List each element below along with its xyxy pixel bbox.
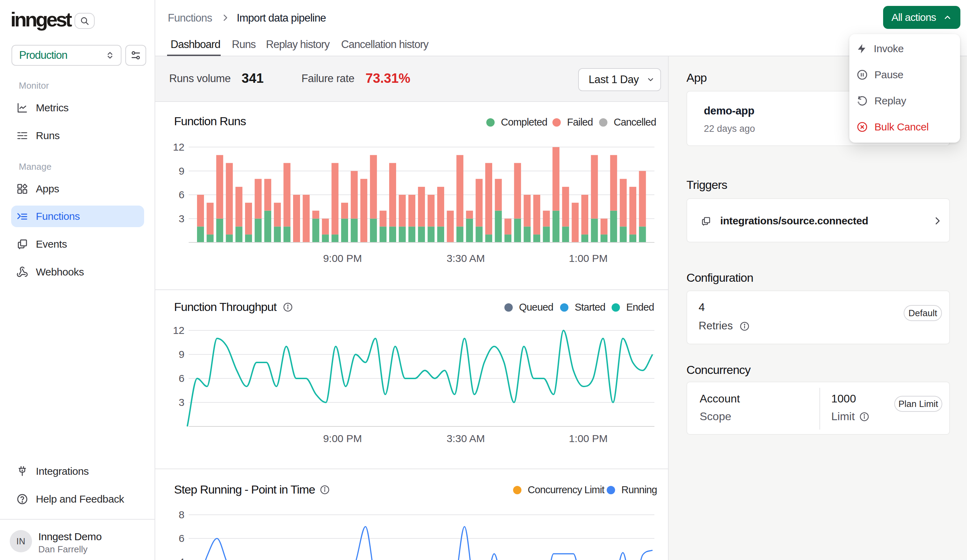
svg-text:9: 9 bbox=[178, 349, 185, 360]
svg-text:9: 9 bbox=[178, 165, 185, 177]
svg-text:3:30 AM: 3:30 AM bbox=[447, 252, 485, 264]
svg-text:12: 12 bbox=[173, 141, 185, 153]
svg-text:9:00 PM: 9:00 PM bbox=[323, 252, 362, 264]
svg-text:1:00 PM: 1:00 PM bbox=[569, 252, 608, 264]
svg-text:3: 3 bbox=[178, 397, 185, 408]
svg-text:9:00 PM: 9:00 PM bbox=[323, 433, 362, 444]
svg-text:12: 12 bbox=[173, 324, 185, 336]
svg-text:6: 6 bbox=[178, 189, 185, 200]
svg-text:3:30 AM: 3:30 AM bbox=[447, 433, 485, 444]
svg-text:1:00 PM: 1:00 PM bbox=[569, 433, 608, 444]
svg-text:8: 8 bbox=[178, 509, 185, 520]
svg-text:6: 6 bbox=[178, 532, 185, 544]
svg-text:3: 3 bbox=[178, 213, 185, 224]
svg-text:6: 6 bbox=[178, 372, 185, 384]
svg-text:4: 4 bbox=[178, 556, 185, 560]
